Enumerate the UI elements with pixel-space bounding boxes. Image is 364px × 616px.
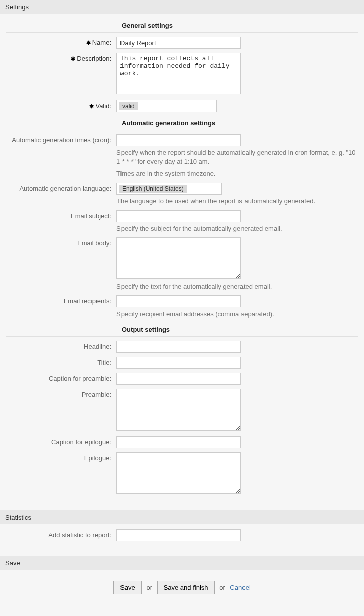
language-select-value: English (United States)	[119, 185, 187, 193]
email-recipients-input[interactable]	[116, 295, 241, 307]
save-panel-body: Save or Save and finish or Cancel	[0, 570, 364, 612]
or-text-2: or	[219, 584, 225, 591]
email-body-help: Specify the text for the automatically g…	[116, 282, 357, 291]
description-label: ✱Description:	[6, 53, 116, 62]
headline-label: Headline:	[6, 341, 116, 350]
caption-epilogue-label: Caption for epilogue:	[6, 436, 116, 446]
save-button[interactable]: Save	[113, 581, 142, 594]
valid-label: ✱Valid:	[6, 100, 116, 110]
email-recipients-label: Email recipients:	[6, 295, 116, 305]
email-body-textarea[interactable]	[116, 237, 241, 279]
description-textarea[interactable]: This report collects all information nee…	[116, 53, 241, 94]
statistics-panel: Statistics Add statistic to report:	[0, 510, 364, 553]
save-panel-header: Save	[0, 556, 364, 570]
or-text-1: or	[146, 584, 152, 591]
preamble-textarea[interactable]	[116, 389, 241, 431]
cron-label: Automatic generation times (cron):	[6, 134, 116, 144]
statistics-panel-header: Statistics	[0, 510, 364, 524]
add-statistic-label: Add statistic to report:	[6, 529, 116, 539]
email-subject-help: Specify the subject for the automaticall…	[116, 224, 357, 233]
language-select[interactable]: English (United States)	[116, 183, 222, 195]
statistics-panel-body: Add statistic to report:	[0, 524, 364, 553]
valid-select[interactable]: valid	[116, 100, 217, 112]
section-rule	[6, 32, 358, 33]
settings-panel: Settings General settings ✱Name: ✱Descri…	[0, 0, 364, 507]
cron-help-1: Specify when the report should be automa…	[116, 148, 357, 166]
caption-preamble-label: Caption for preamble:	[6, 373, 116, 382]
required-star-icon: ✱	[86, 40, 91, 46]
autogen-settings-heading: Automatic generation settings	[122, 116, 358, 129]
required-star-icon: ✱	[89, 103, 94, 109]
language-label: Automatic generation language:	[6, 183, 116, 192]
cron-input[interactable]	[116, 134, 241, 146]
save-panel: Save Save or Save and finish or Cancel	[0, 556, 364, 612]
email-recipients-help: Specify recipient email addresses (comma…	[116, 310, 357, 319]
valid-select-value: valid	[119, 102, 138, 110]
section-rule	[6, 130, 358, 130]
email-body-label: Email body:	[6, 237, 116, 247]
email-subject-label: Email subject:	[6, 210, 116, 220]
preamble-label: Preamble:	[6, 389, 116, 398]
headline-input[interactable]	[116, 341, 241, 353]
settings-panel-header: Settings	[0, 0, 364, 14]
caption-epilogue-input[interactable]	[116, 436, 241, 448]
name-input[interactable]	[116, 37, 241, 49]
caption-preamble-input[interactable]	[116, 373, 241, 385]
add-statistic-input[interactable]	[116, 529, 241, 541]
cron-help-2: Times are in the system timezone.	[116, 169, 357, 178]
name-label: ✱Name:	[6, 37, 116, 46]
epilogue-textarea[interactable]	[116, 452, 241, 494]
title-label: Title:	[6, 357, 116, 366]
save-and-finish-button[interactable]: Save and finish	[157, 581, 215, 594]
output-settings-heading: Output settings	[122, 323, 358, 335]
epilogue-label: Epilogue:	[6, 452, 116, 462]
general-settings-heading: General settings	[122, 19, 358, 31]
required-star-icon: ✱	[71, 56, 75, 62]
section-rule	[6, 336, 358, 337]
language-help: The language to be used when the report …	[116, 197, 357, 206]
cancel-link[interactable]: Cancel	[230, 584, 250, 591]
title-input[interactable]	[116, 357, 241, 369]
email-subject-input[interactable]	[116, 210, 241, 222]
settings-panel-body: General settings ✱Name: ✱Description: Th…	[0, 14, 364, 507]
